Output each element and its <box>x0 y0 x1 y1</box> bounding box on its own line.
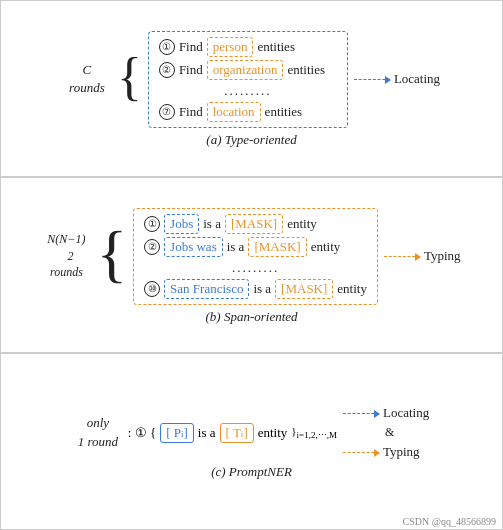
step-b-1-entity: entity <box>287 216 317 232</box>
steps-outer-a: ① Find person entities ② Find organizati… <box>148 31 348 128</box>
promptner-content: : ① { [ Pi ] is a [ Ti ] entity }i=1,2,⋯… <box>128 423 337 443</box>
step-a-2-suffix: entities <box>287 62 325 78</box>
step-b-2-isa: is a <box>227 239 245 255</box>
box-mask-3: [MASK] <box>275 279 333 299</box>
section-b: N(N−1)2rounds { ① Jobs is a [MASK] entit… <box>0 177 503 354</box>
arrow-line-b <box>384 256 420 257</box>
step-b-2-entity: entity <box>311 239 341 255</box>
promptner-entity: entity <box>258 425 288 441</box>
box-location: location <box>207 102 261 122</box>
step-a-7-suffix: entities <box>265 104 303 120</box>
main-container: C rounds { ① Find person entities ② Find… <box>0 0 503 530</box>
ellipsis-a: ......... <box>177 83 319 99</box>
step-num-b-2: ② <box>144 239 160 255</box>
rounds-label-a: C rounds <box>63 61 111 97</box>
arrow-line-c-2 <box>343 452 379 453</box>
box-ti: [ Ti ] <box>220 423 254 443</box>
brace-a: { <box>117 51 142 103</box>
steps-outer-b: ① Jobs is a [MASK] entity ② Jobs was is … <box>133 208 378 305</box>
step-num-a-1: ① <box>159 39 175 55</box>
ellipsis-b: ......... <box>162 260 349 276</box>
rounds-label-b: N(N−1)2rounds <box>42 231 90 281</box>
arrow-line-a <box>354 79 390 80</box>
step-num-a-7: ⑦ <box>159 104 175 120</box>
caption-a: (a) Type-oriented <box>206 132 296 148</box>
section-c: only1 round : ① { [ Pi ] is a [ Ti ] ent… <box>0 353 503 530</box>
step-a-7: ⑦ Find location entities <box>159 102 337 122</box>
step-num-b-10: ⑩ <box>144 281 160 297</box>
promptner-colon: : ① { <box>128 425 156 441</box>
box-person: person <box>207 37 254 57</box>
watermark: CSDN @qq_48566899 <box>403 516 496 527</box>
step-a-2: ② Find organization entities <box>159 60 337 80</box>
box-pi: [ Pi ] <box>160 423 194 443</box>
caption-c: (c) PromptNER <box>211 464 292 480</box>
arrow-line-c-1 <box>343 413 379 414</box>
step-b-10-entity: entity <box>337 281 367 297</box>
diagram-c: only1 round : ① { [ Pi ] is a [ Ti ] ent… <box>11 405 492 460</box>
arrow-label-a: Locating <box>394 71 440 87</box>
step-b-1-isa: is a <box>203 216 221 232</box>
arrow-label-c-2: Typing <box>383 444 420 460</box>
diagram-b: N(N−1)2rounds { ① Jobs is a [MASK] entit… <box>11 208 492 305</box>
arrow-c-1: Locating <box>343 405 429 421</box>
rounds-label-c: only1 round <box>74 414 122 450</box>
step-b-1: ① Jobs is a [MASK] entity <box>144 214 367 234</box>
step-b-10-isa: is a <box>253 281 271 297</box>
box-mask-1: [MASK] <box>225 214 283 234</box>
box-san-francisco: San Francisco <box>164 279 249 299</box>
step-a-1-suffix: entities <box>257 39 295 55</box>
box-mask-2: [MASK] <box>248 237 306 257</box>
promptner-isa: is a <box>198 425 216 441</box>
step-num-a-2: ② <box>159 62 175 78</box>
arrows-c: Locating & Typing <box>343 405 429 460</box>
arrow-label-c-1: Locating <box>383 405 429 421</box>
arrow-a: Locating <box>354 71 440 87</box>
step-a-1: ① Find person entities <box>159 37 337 57</box>
amp-label: & <box>343 425 394 440</box>
step-a-1-prefix: Find <box>179 39 203 55</box>
box-jobs: Jobs <box>164 214 199 234</box>
box-jobs-was: Jobs was <box>164 237 223 257</box>
step-b-2: ② Jobs was is a [MASK] entity <box>144 237 367 257</box>
section-a: C rounds { ① Find person entities ② Find… <box>0 0 503 177</box>
step-a-7-prefix: Find <box>179 104 203 120</box>
diagram-a: C rounds { ① Find person entities ② Find… <box>11 31 492 128</box>
box-organization: organization <box>207 60 284 80</box>
arrow-label-b: Typing <box>424 248 461 264</box>
caption-b: (b) Span-oriented <box>205 309 297 325</box>
step-num-b-1: ① <box>144 216 160 232</box>
arrow-c-2: Typing <box>343 444 420 460</box>
step-b-10: ⑩ San Francisco is a [MASK] entity <box>144 279 367 299</box>
promptner-subscript: }i=1,2,⋯,M <box>291 425 337 440</box>
brace-b: { <box>96 222 127 286</box>
step-a-2-prefix: Find <box>179 62 203 78</box>
arrow-b: Typing <box>384 248 461 264</box>
